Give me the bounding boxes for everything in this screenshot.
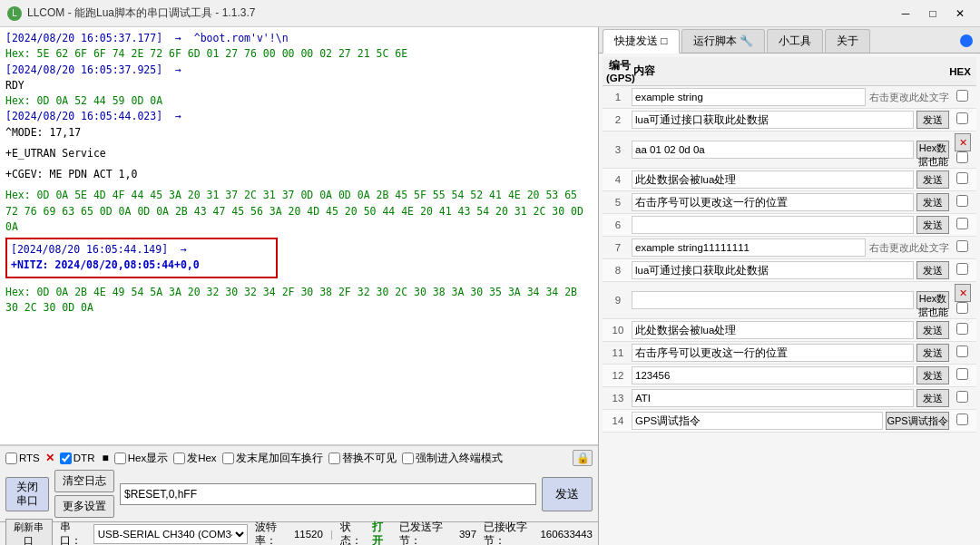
row-send-button[interactable]: GPS调试指令 <box>886 412 949 430</box>
dtr-checkbox[interactable] <box>60 453 72 464</box>
row-content-input[interactable] <box>632 238 866 257</box>
blue-dot-icon <box>960 34 973 47</box>
rts-checkbox-label[interactable]: RTS <box>5 453 40 464</box>
send-hex-label[interactable]: 发Hex <box>173 452 216 465</box>
row-send-button[interactable]: 发送 <box>916 261 949 279</box>
toolbar-row1: RTS ✕ DTR ■ Hex显示 发Hex 发末尾加回 <box>5 450 593 466</box>
tab-quick-send[interactable]: 快捷发送 □ <box>603 29 680 54</box>
log-line: [2024/08/20 16:05:44.023] → <box>5 109 593 124</box>
row-send-button[interactable]: 发送 <box>916 111 949 129</box>
auto-enter-checkbox[interactable] <box>222 453 234 464</box>
row-action-label: 右击更改此处文字 <box>869 91 949 104</box>
tab-small-tools[interactable]: 小工具 <box>767 29 823 53</box>
row-hex-checkbox[interactable] <box>956 302 968 314</box>
row-send-button[interactable]: 发送 <box>916 216 949 234</box>
console-output[interactable]: [2024/08/20 16:05:37.177] → ^boot.rom'v'… <box>0 27 598 445</box>
row-num: 4 <box>604 174 632 185</box>
row-num: 12 <box>604 370 632 381</box>
table-row: 10发送 <box>603 319 976 342</box>
row-content-input[interactable] <box>632 88 866 106</box>
command-input[interactable] <box>120 483 536 505</box>
row-send-button[interactable]: 发送 <box>916 389 949 407</box>
tab-bar: 快捷发送 □ 运行脚本 🔧 小工具 关于 <box>599 27 980 54</box>
row-content-input[interactable] <box>632 389 914 407</box>
row-send-button[interactable]: 发送 <box>916 321 949 339</box>
row-hex-checkbox-cell <box>949 195 975 209</box>
row-hex-checkbox-cell: ✕ <box>949 133 975 166</box>
row-hex-checkbox[interactable] <box>956 195 968 207</box>
log-line: Hex: 0D 0A 52 44 59 0D 0A <box>5 93 593 109</box>
tab-about[interactable]: 关于 <box>825 29 870 53</box>
row-hex-checkbox[interactable] <box>956 414 968 425</box>
send-main-button[interactable]: 发送 <box>542 477 593 511</box>
replace-label[interactable]: 替换不可见 <box>328 452 397 465</box>
row-content-input[interactable] <box>632 111 914 129</box>
rts-checkbox[interactable] <box>5 453 17 464</box>
table-row: 8发送 <box>603 259 976 282</box>
row-send-button[interactable]: 发送 <box>916 170 949 189</box>
more-settings-button[interactable]: 更多设置 <box>54 495 114 518</box>
row-content-input[interactable] <box>632 321 914 339</box>
close-port-button[interactable]: 关闭 串口 <box>5 477 49 511</box>
row-content-input[interactable] <box>632 366 914 384</box>
tab-run-script[interactable]: 运行脚本 🔧 <box>681 29 765 53</box>
auto-enter-label[interactable]: 发末尾加回车换行 <box>222 452 323 465</box>
hex-display-text: Hex显示 <box>128 452 168 465</box>
row-send-button[interactable]: 发送 <box>916 344 949 362</box>
row-num: 7 <box>604 242 632 253</box>
replace-checkbox[interactable] <box>328 453 340 464</box>
refresh-port-button[interactable]: 刷新串口 <box>5 519 53 546</box>
recv-value: 160633443 <box>540 529 593 540</box>
status-bar: 刷新串口 串口： USB-SERIAL CH340 (COM34) 波特率： 1… <box>0 521 598 545</box>
force-terminal-checkbox[interactable] <box>402 453 414 464</box>
titlebar: L LLCOM - 能跑Lua脚本的串口调试工具 - 1.1.3.7 ─ □ ✕ <box>0 0 980 27</box>
replace-text: 替换不可见 <box>342 452 397 465</box>
row-content-input[interactable] <box>632 261 914 279</box>
row-hex-checkbox[interactable] <box>956 368 968 380</box>
log-line: +NITZ: 2024/08/20,08:05:44+0,0 <box>11 258 272 273</box>
row-hex-checkbox[interactable] <box>956 345 968 357</box>
row-send-button[interactable]: 发送 <box>916 366 949 384</box>
row-content-input[interactable] <box>632 344 914 362</box>
send-hex-checkbox[interactable] <box>173 453 185 464</box>
log-line: Hex: 5E 62 6F 6F 74 2E 72 6F 6D 01 27 76… <box>5 46 593 62</box>
row-content-input[interactable] <box>632 291 914 309</box>
row-content-input[interactable] <box>632 216 914 234</box>
table-row: 3Hex数据也能发✕ <box>603 131 976 169</box>
hex-display-label[interactable]: Hex显示 <box>114 452 168 465</box>
row-send-button[interactable]: Hex数据也能发 <box>916 141 949 159</box>
row-hex-checkbox[interactable] <box>956 112 968 124</box>
table-row: 6发送 <box>603 214 976 237</box>
row-hex-checkbox-cell <box>949 414 975 428</box>
port-label-group: 串口： USB-SERIAL CH340 (COM34) <box>60 521 248 546</box>
row-hex-checkbox[interactable] <box>956 263 968 275</box>
row-hex-checkbox[interactable] <box>956 151 968 163</box>
row-hex-x-button[interactable]: ✕ <box>955 284 971 302</box>
maximize-button[interactable]: □ <box>920 4 946 24</box>
row-content-input[interactable] <box>632 141 914 159</box>
row-num: 11 <box>604 347 632 358</box>
row-content-input[interactable] <box>632 170 914 189</box>
dtr-checkbox-label[interactable]: DTR <box>60 453 95 464</box>
row-hex-checkbox[interactable] <box>956 391 968 403</box>
baud-label: 波特率： <box>255 521 291 546</box>
row-hex-checkbox[interactable] <box>956 240 968 252</box>
dtr-label: DTR <box>74 453 95 463</box>
row-send-button[interactable]: Hex数据也能发 <box>916 291 949 309</box>
row-hex-checkbox[interactable] <box>956 323 968 335</box>
row-send-button[interactable]: 发送 <box>916 193 949 211</box>
table-row: 2发送 <box>603 109 976 131</box>
row-hex-checkbox[interactable] <box>956 218 968 229</box>
row-content-input[interactable] <box>632 412 883 430</box>
row-hex-x-button[interactable]: ✕ <box>955 133 971 151</box>
hex-display-checkbox[interactable] <box>114 453 126 464</box>
port-select[interactable]: USB-SERIAL CH340 (COM34) <box>93 524 248 544</box>
force-terminal-label[interactable]: 强制进入终端模式 <box>402 452 503 465</box>
minimize-button[interactable]: ─ <box>893 4 918 24</box>
row-hex-checkbox[interactable] <box>956 172 968 184</box>
row-content-input[interactable] <box>632 193 914 211</box>
lock-icon: 🔒 <box>573 450 593 466</box>
row-hex-checkbox[interactable] <box>956 90 968 102</box>
clear-log-button[interactable]: 清空日志 <box>54 470 114 492</box>
close-button[interactable]: ✕ <box>947 4 973 24</box>
